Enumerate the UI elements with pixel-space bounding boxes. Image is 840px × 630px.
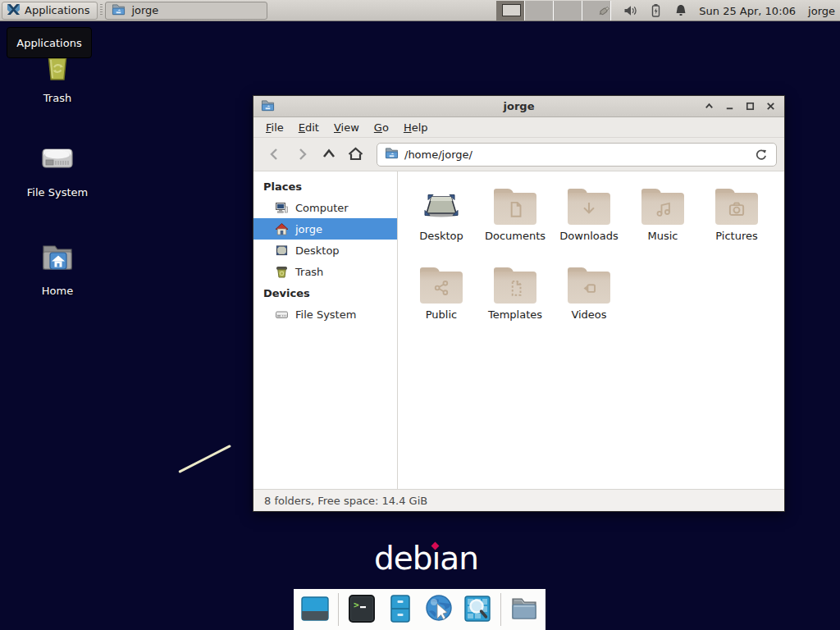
close-button[interactable]	[764, 100, 777, 113]
folder-window-icon	[112, 3, 126, 18]
file-label: Music	[648, 230, 678, 242]
desktop-icon-label: File System	[27, 186, 88, 199]
plug-icon[interactable]	[597, 3, 612, 18]
taskbar-window-button[interactable]: jorge	[105, 2, 267, 20]
logo-red-dot	[431, 542, 440, 550]
file-music[interactable]: Music	[626, 182, 700, 261]
sidebar-item-file-system[interactable]: File System	[253, 304, 397, 325]
folder-shape	[494, 267, 536, 304]
logo-text-right: an	[440, 540, 478, 577]
folder-shape	[641, 189, 684, 225]
logo-text-left: deb	[374, 540, 432, 577]
file-cabinet-icon	[385, 593, 416, 627]
toolbar: /home/jorge/	[253, 138, 784, 171]
sidebar-item-label: File System	[295, 308, 356, 321]
sidebar-header-devices: Devices	[253, 282, 397, 304]
file-label: Downloads	[559, 230, 618, 242]
applications-menu-button[interactable]: Applications	[2, 2, 98, 20]
bell-icon[interactable]	[673, 3, 688, 18]
maximize-button[interactable]	[743, 100, 756, 113]
web-browser-launcher[interactable]	[423, 594, 454, 625]
sidebar-header-places: Places	[253, 176, 397, 197]
file-label: Public	[426, 308, 457, 321]
panel-right: Sun 25 Apr, 10:06 jorge	[597, 0, 840, 21]
desktop-screen: Applications jorge Sun 25 Apr, 10:06 jor…	[0, 0, 840, 630]
workspace-pager	[496, 1, 611, 21]
folder-shape	[568, 267, 610, 304]
panel-username[interactable]: jorge	[808, 5, 835, 17]
logo-letter-i: ı	[432, 540, 441, 577]
folder-video-icon	[567, 261, 611, 304]
battery-icon[interactable]	[648, 3, 663, 18]
workspace-3[interactable]	[554, 1, 582, 21]
folder-body	[715, 193, 758, 225]
applications-menu-label: Applications	[25, 4, 89, 16]
terminal-launcher[interactable]: >	[346, 594, 377, 625]
folder-body	[568, 193, 610, 225]
show-desktop-icon	[299, 593, 331, 627]
app-finder-launcher[interactable]	[462, 594, 493, 625]
menu-view[interactable]: View	[326, 119, 367, 136]
back-button[interactable]	[261, 142, 288, 167]
file-label: Templates	[488, 308, 542, 321]
folder-body	[494, 272, 536, 304]
workspace-2[interactable]	[525, 1, 554, 21]
path-entry[interactable]: /home/jorge/	[377, 143, 777, 167]
file-videos[interactable]: Videos	[552, 261, 626, 340]
desktop-special-icon	[419, 182, 463, 225]
drive-icon	[275, 308, 289, 322]
forward-button[interactable]	[288, 142, 315, 167]
app-finder-icon	[462, 593, 493, 627]
sidebar-item-computer[interactable]: Computer	[253, 197, 397, 218]
window-titlebar[interactable]: jorge	[253, 96, 784, 117]
file-label: Documents	[485, 230, 546, 242]
window-body: PlacesComputerjorgeDesktopTrashDevicesFi…	[253, 171, 784, 489]
folder-music-icon	[641, 182, 685, 225]
reload-button[interactable]	[752, 146, 769, 162]
file-desktop[interactable]: Desktop	[404, 182, 478, 261]
status-bar: 8 folders, Free space: 14.4 GiB	[253, 489, 784, 511]
minimize-button[interactable]	[723, 100, 736, 113]
path-value: /home/jorge/	[404, 148, 746, 161]
sidebar-item-label: Desktop	[295, 244, 340, 257]
folder-body	[568, 272, 610, 304]
file-documents[interactable]: Documents	[478, 182, 552, 261]
file-templates[interactable]: Templates	[478, 261, 552, 340]
pager-window-preview	[502, 4, 521, 16]
up-button[interactable]	[315, 142, 342, 167]
shade-button[interactable]	[702, 100, 715, 113]
show-desktop-button[interactable]	[299, 594, 331, 625]
sidebar-item-label: jorge	[295, 223, 322, 235]
folder-camera-icon	[714, 182, 759, 225]
sidebar-item-jorge[interactable]: jorge	[253, 218, 397, 240]
file-manager-window: jorge FileEditViewGoHelp /home/jorge/ Pl…	[253, 95, 785, 512]
folder-share-icon	[419, 261, 463, 304]
file-pictures[interactable]: Pictures	[700, 182, 774, 261]
file-label: Pictures	[715, 230, 757, 242]
terminal-icon: >	[346, 593, 377, 627]
menu-go[interactable]: Go	[367, 119, 396, 136]
directory-folder-icon	[509, 593, 540, 627]
menu-edit[interactable]: Edit	[291, 119, 326, 136]
folder-body	[420, 272, 463, 304]
volume-icon[interactable]	[623, 3, 637, 18]
folder-template-icon	[493, 261, 537, 304]
applications-tooltip: Applications	[7, 27, 92, 58]
file-manager-launcher[interactable]	[385, 594, 416, 625]
file-public[interactable]: Public	[404, 261, 478, 340]
menu-file[interactable]: File	[258, 119, 291, 136]
workspace-1[interactable]	[496, 1, 525, 21]
desktop-icon-file-system[interactable]: File System	[18, 139, 97, 199]
file-label: Desktop	[419, 230, 463, 242]
file-downloads[interactable]: Downloads	[552, 182, 626, 261]
menu-help[interactable]: Help	[396, 119, 436, 136]
path-folder-icon	[385, 147, 399, 162]
sidebar-item-desktop[interactable]: Desktop	[253, 240, 397, 261]
folder-shape	[494, 189, 536, 225]
panel-handle[interactable]	[100, 4, 103, 16]
desktop-icon-home[interactable]: Home	[18, 237, 97, 297]
sidebar-item-trash[interactable]: Trash	[253, 261, 397, 282]
directory-menu-button[interactable]	[509, 594, 540, 625]
home-button[interactable]	[342, 142, 369, 167]
panel-clock[interactable]: Sun 25 Apr, 10:06	[699, 5, 796, 17]
